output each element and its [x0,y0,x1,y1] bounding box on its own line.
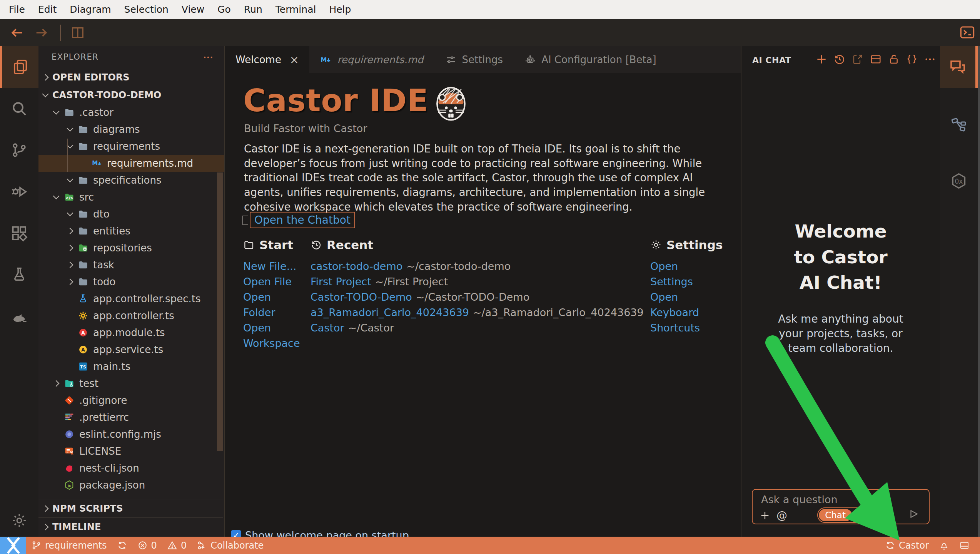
tree-item-eslint-config-mjs[interactable]: eslint.config.mjs [38,426,224,443]
activity-item-search[interactable] [0,88,38,129]
section-open-editors[interactable]: OPEN EDITORS [38,69,224,86]
tree-item-app-controller-spec-ts[interactable]: app.controller.spec.ts [38,290,224,307]
recent-item-name[interactable]: Castor [311,322,344,334]
recent-item[interactable]: Castor~/Castor [311,320,644,336]
tree-item--gitignore[interactable]: .gitignore [38,392,224,409]
menu-diagram[interactable]: Diagram [63,0,117,19]
terminal-icon[interactable] [959,24,975,40]
tree-item-nest-cli-json[interactable]: nest-cli.json [38,460,224,477]
recent-item[interactable]: a3_Ramadori_Carlo_40243639~/a3_Ramadori_… [311,305,644,320]
tab-ai-configuration-beta-[interactable]: AI Configuration [Beta] [514,46,667,73]
recent-item-name[interactable]: First Project [311,276,371,288]
open-chatbot-link[interactable]: Open the Chatbot [250,212,355,228]
tree-item-requirements[interactable]: requirements [38,138,224,155]
status-collaborate[interactable]: Collaborate [192,537,269,554]
close-icon[interactable]: × [290,54,299,66]
recent-header: Recent [327,238,373,252]
section-timeline[interactable]: TIMELINE [38,517,223,536]
status-requirements[interactable]: requirements [26,537,112,554]
braces-icon[interactable] [906,53,918,65]
menu-go[interactable]: Go [211,0,237,19]
send-icon[interactable] [908,508,920,520]
right-activity-hierarchy[interactable] [940,103,978,145]
settings-gear-icon[interactable] [11,512,28,529]
chat-mode-toggle[interactable]: ChatAgent [817,507,892,523]
status-sync[interactable] [112,537,132,554]
start-link-open-workspace[interactable]: Open Workspace [243,320,297,351]
export-icon[interactable] [851,53,864,65]
tree-item-repositories[interactable]: repositories [38,239,224,256]
explorer-scrollbar[interactable] [217,172,223,451]
layout-icon[interactable] [870,53,882,65]
recent-item[interactable]: First Project~/First Project [311,274,644,290]
status-bell[interactable] [934,537,954,554]
tree-item-app-service-ts[interactable]: Aapp.service.ts [38,341,224,358]
tree-item-test[interactable]: test [38,375,224,392]
mode-agent-button[interactable]: Agent [852,509,890,521]
section-npm-scripts[interactable]: NPM SCRIPTS [38,499,223,517]
menu-help[interactable]: Help [322,0,357,19]
more-actions-icon[interactable] [202,52,214,63]
settings-link-open-settings[interactable]: Open Settings [650,259,720,290]
menu-file[interactable]: File [2,0,32,19]
at-icon[interactable]: @ [776,509,787,522]
split-editor-icon[interactable] [70,25,85,40]
tree-item-dto[interactable]: dto [38,206,224,223]
tree-item-todo[interactable]: todo [38,273,224,290]
start-link-open-file[interactable]: Open File [243,274,297,290]
menu-terminal[interactable]: Terminal [269,0,323,19]
eslint-file-icon [64,429,75,440]
more-icon[interactable] [924,53,936,65]
menu-view[interactable]: View [175,0,211,19]
back-arrow-icon[interactable] [9,25,25,40]
tree-item--castor[interactable]: .castor [38,104,224,121]
tab-settings[interactable]: Settings [434,46,514,73]
chat-input-box[interactable]: Ask a question @ ChatAgent [752,489,930,524]
add-icon[interactable] [760,510,770,521]
tree-item-app-controller-ts[interactable]: app.controller.ts [38,307,224,324]
activity-item-beaver[interactable] [0,296,38,337]
menu-edit[interactable]: Edit [32,0,63,19]
activity-item-extensions[interactable] [0,213,38,254]
tree-item-requirements-md[interactable]: Mrequirements.md [38,155,224,172]
status-panel[interactable] [954,537,975,554]
mode-chat-button[interactable]: Chat [819,509,852,521]
remote-indicator[interactable] [0,537,26,554]
tree-item-src[interactable]: </>src [38,189,224,206]
tree-item-task[interactable]: task [38,256,224,273]
recent-item[interactable]: castor-todo-demo~/castor-todo-demo [311,259,644,274]
recent-item-name[interactable]: Castor-TODO-Demo [311,291,412,303]
tree-item-diagrams[interactable]: diagrams [38,121,224,138]
activity-item-files[interactable] [0,46,38,88]
menu-run[interactable]: Run [237,0,269,19]
forward-arrow-icon[interactable] [34,25,49,40]
tree-item-license[interactable]: LICENSE [38,443,224,460]
menu-selection[interactable]: Selection [118,0,175,19]
add-icon[interactable] [815,53,828,65]
activity-item-test-flask[interactable] [0,254,38,296]
right-activity-hex-0x[interactable]: 0x [940,160,978,202]
start-link-open-folder[interactable]: Open Folder [243,290,297,320]
status-castor[interactable]: Castor [880,537,934,554]
recent-item-name[interactable]: a3_Ramadori_Carlo_40243639 [311,306,469,318]
unlock-icon[interactable] [888,53,900,65]
tab-requirements-md[interactable]: Mrequirements.md [309,46,434,73]
section-castor-todo-demo[interactable]: CASTOR-TODO-DEMO [38,86,224,104]
recent-item[interactable]: Castor-TODO-Demo~/Castor-TODO-Demo [311,290,644,305]
status-0[interactable]: 0 [132,537,162,554]
tree-item-package-json[interactable]: jspackage.json [38,477,224,494]
settings-link-open-keyboard-shortcuts[interactable]: Open Keyboard Shortcuts [650,290,720,336]
start-link-new-file-[interactable]: New File... [243,259,297,274]
recent-item-name[interactable]: castor-todo-demo [311,260,402,272]
tree-item-specifications[interactable]: specifications [38,172,224,189]
activity-item-run-debug[interactable] [0,171,38,213]
tree-item--prettierrc[interactable]: .prettierrc [38,409,224,426]
tree-item-entities[interactable]: entities [38,223,224,239]
tree-item-main-ts[interactable]: TSmain.ts [38,358,224,375]
status-0[interactable]: 0 [162,537,192,554]
tab-welcome[interactable]: Welcome× [225,46,309,73]
history-icon[interactable] [833,53,846,65]
activity-item-source-control[interactable] [0,129,38,171]
right-activity-chat-bubbles[interactable] [940,46,978,88]
tree-item-app-module-ts[interactable]: Aapp.module.ts [38,324,224,341]
